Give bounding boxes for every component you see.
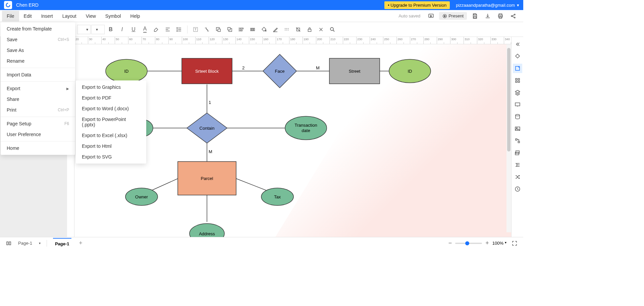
theme-icon[interactable]	[513, 52, 522, 61]
image-icon[interactable]	[513, 124, 522, 133]
text-tool-button[interactable]: T	[190, 24, 201, 35]
svg-rect-16	[251, 28, 252, 31]
menubar: File Edit Insert Layout View Symbol Help…	[0, 10, 523, 22]
user-menu[interactable]: pizzaaandparatha@gmail.com ▾	[456, 3, 519, 8]
distribute-button[interactable]	[247, 24, 258, 35]
font-family-select[interactable]: ▾	[77, 25, 91, 34]
export-pdf[interactable]: Export to PDF	[76, 93, 146, 103]
data-icon[interactable]	[513, 112, 522, 121]
menu-edit[interactable]: Edit	[19, 11, 37, 21]
line-style-button[interactable]	[281, 24, 292, 35]
presentation-mode-icon[interactable]	[426, 11, 436, 21]
shape-front-button[interactable]	[224, 24, 235, 35]
svg-rect-56	[516, 139, 517, 140]
menu-insert[interactable]: Insert	[37, 11, 58, 21]
menu-file[interactable]: File	[2, 11, 19, 21]
node-owner[interactable]: Owner	[135, 194, 148, 199]
node-id2[interactable]: ID	[408, 69, 412, 74]
vertical-scrollbar[interactable]	[506, 44, 511, 232]
svg-rect-20	[273, 32, 277, 32]
export-word[interactable]: Export to Word (.docx)	[76, 103, 146, 114]
menu-layout[interactable]: Layout	[58, 11, 81, 21]
comments-icon[interactable]	[513, 148, 522, 158]
outline-icon[interactable]	[513, 136, 522, 145]
zoom-slider[interactable]	[455, 243, 482, 244]
node-address[interactable]: Address	[199, 231, 215, 236]
file-import-data[interactable]: Import Data	[1, 69, 75, 80]
app-logo[interactable]	[4, 1, 12, 9]
fullscreen-icon[interactable]	[510, 239, 519, 248]
file-save[interactable]: SaveCtrl+S	[1, 34, 75, 45]
upgrade-button[interactable]: • Upgrade to Premium Version	[384, 1, 450, 9]
collapse-panel-icon[interactable]	[513, 40, 522, 49]
node-transaction-l2[interactable]: date	[302, 128, 310, 133]
share-icon[interactable]	[508, 11, 518, 21]
export-svg[interactable]: Export to SVG	[76, 151, 146, 162]
save-icon[interactable]	[470, 11, 480, 21]
download-icon[interactable]	[483, 11, 492, 21]
page-tab[interactable]: Page-1	[53, 238, 71, 248]
file-export[interactable]: Export▶	[1, 83, 75, 94]
align-button[interactable]	[162, 24, 173, 35]
bold-button[interactable]: B	[105, 24, 116, 35]
navigator-icon[interactable]	[513, 160, 522, 170]
file-rename[interactable]: Rename	[1, 56, 75, 66]
zoom-level[interactable]: 100% ▾	[492, 241, 506, 246]
node-transaction-l1[interactable]: Transaction	[294, 123, 317, 128]
svg-rect-17	[252, 28, 253, 31]
node-face[interactable]: Face	[275, 69, 285, 74]
node-street[interactable]: Street	[349, 69, 361, 74]
file-print[interactable]: PrintCtrl+P	[1, 105, 75, 115]
shuffle-icon[interactable]	[513, 172, 522, 182]
search-button[interactable]	[327, 24, 338, 35]
italic-button[interactable]: I	[117, 24, 127, 35]
connector-button[interactable]	[202, 24, 212, 35]
file-save-as[interactable]: Save As	[1, 45, 75, 56]
highlight-button[interactable]	[151, 24, 162, 35]
file-user-preference[interactable]: User Preference	[1, 129, 75, 140]
font-color-button[interactable]: A	[140, 24, 150, 35]
menu-view[interactable]: View	[81, 11, 101, 21]
export-excel[interactable]: Export to Excel (.xlsx)	[76, 130, 146, 141]
grid-icon[interactable]	[513, 76, 522, 85]
node-tax[interactable]: Tax	[274, 194, 281, 199]
svg-point-53	[516, 114, 520, 116]
svg-rect-52	[515, 103, 520, 106]
lock-button[interactable]	[304, 24, 315, 35]
zoom-in-button[interactable]: +	[485, 240, 489, 247]
tools-button[interactable]	[316, 24, 326, 35]
file-share[interactable]: Share	[1, 94, 75, 105]
export-powerpoint[interactable]: Export to PowerPoint (.pptx)	[76, 114, 146, 130]
layers-icon[interactable]	[513, 88, 522, 97]
eraser-button[interactable]	[293, 24, 304, 35]
slideshow-icon[interactable]	[513, 100, 522, 109]
line-spacing-button[interactable]	[174, 24, 184, 35]
print-icon[interactable]	[496, 11, 505, 21]
zoom-out-button[interactable]: −	[448, 240, 452, 247]
underline-button[interactable]: U	[128, 24, 139, 35]
menu-help[interactable]: Help	[126, 11, 145, 21]
export-html[interactable]: Export to Html	[76, 141, 146, 151]
style-icon[interactable]	[513, 64, 522, 73]
node-contain[interactable]: Contain	[200, 126, 215, 131]
font-size-select[interactable]: ▾	[91, 25, 105, 34]
align-left-button[interactable]	[236, 24, 247, 35]
export-graphics[interactable]: Export to Graphics	[76, 82, 146, 93]
file-create-template[interactable]: Create from Template	[1, 23, 75, 34]
page-list-icon[interactable]	[4, 239, 13, 248]
node-street-block[interactable]: Srteet Block	[195, 69, 219, 74]
present-button[interactable]: Present	[439, 12, 467, 20]
user-email: pizzaaandparatha@gmail.com	[456, 3, 515, 8]
menu-symbol[interactable]: Symbol	[101, 11, 126, 21]
node-id1[interactable]: ID	[124, 69, 129, 74]
line-color-button[interactable]	[270, 24, 281, 35]
shape-behind-button[interactable]	[213, 24, 224, 35]
page-selector[interactable]: Page-1 ▾	[18, 241, 41, 246]
edge-label-m1: M	[316, 65, 320, 70]
file-page-setup[interactable]: Page SetupF6	[1, 118, 75, 129]
node-parcel[interactable]: Parcel	[201, 176, 213, 181]
file-home[interactable]: Home	[1, 143, 75, 154]
history-icon[interactable]	[513, 184, 522, 194]
add-page-button[interactable]: +	[76, 239, 86, 248]
fill-color-button[interactable]	[259, 24, 269, 35]
